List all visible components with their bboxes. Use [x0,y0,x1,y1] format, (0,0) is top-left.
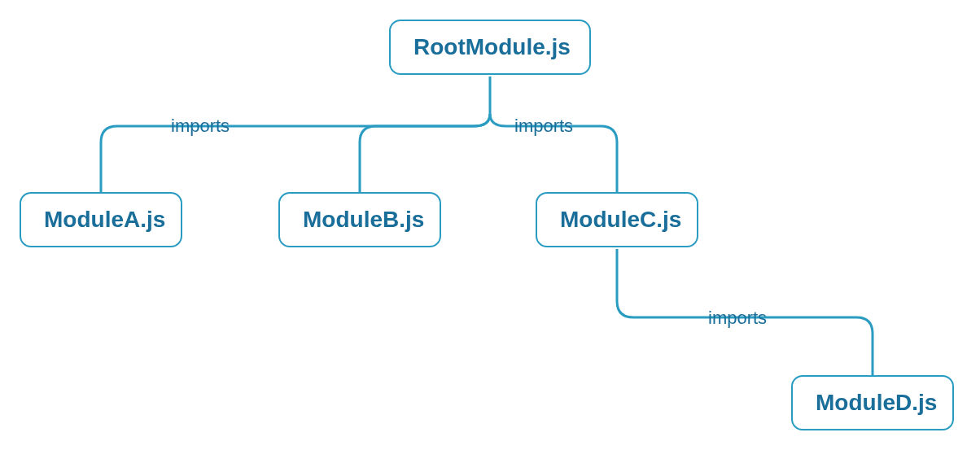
edge-root-to-a [101,114,490,192]
node-module-c: ModuleC.js [536,192,698,247]
node-root-module: RootModule.js [389,20,591,75]
node-module-a: ModuleA.js [20,192,182,247]
node-module-d: ModuleD.js [791,375,954,430]
edge-label-c-imports: imports [708,308,767,329]
edge-label-root-imports-left: imports [171,116,230,137]
node-module-b: ModuleB.js [278,192,441,247]
edge-root-to-b [360,114,490,192]
edge-label-root-imports-right: imports [514,116,573,137]
